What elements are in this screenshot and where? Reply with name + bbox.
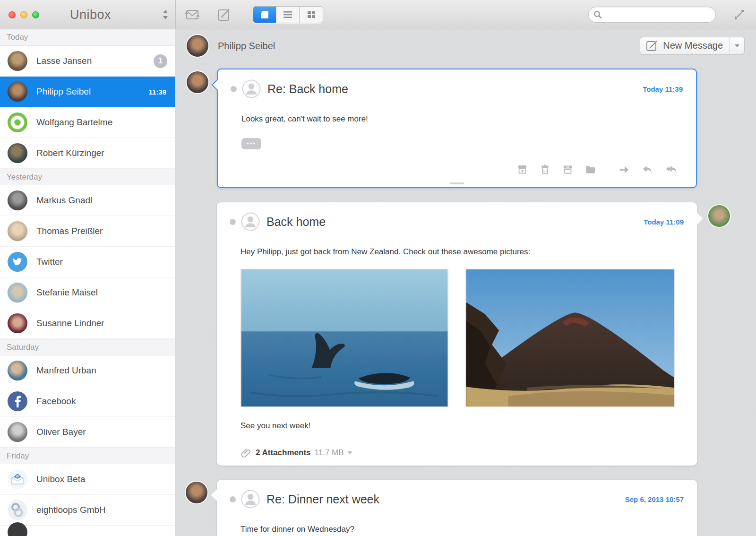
sender-avatar[interactable] [186, 482, 207, 503]
avatar [8, 51, 27, 71]
view-mode-segmented-control [253, 6, 323, 23]
group-header-today: Today [0, 29, 175, 46]
reply-icon[interactable] [642, 164, 653, 175]
app-title: Unibox [70, 0, 111, 29]
sender-avatar[interactable] [187, 71, 208, 93]
message-stream: Re: Back home Today 11:39 Looks great, c… [175, 69, 756, 536]
read-status-dot [230, 496, 236, 502]
message-header: Re: Back home Today 11:39 [218, 69, 696, 98]
avatar [8, 82, 27, 102]
message-actions [517, 164, 678, 175]
sidebar-item-eightloops-gmbh[interactable]: eightloops GmbH [0, 495, 175, 526]
avatar [8, 422, 27, 442]
message-time: Sep 6, 2013 10:57 [625, 495, 684, 503]
message-subject: Back home [266, 215, 326, 229]
sender-avatar[interactable] [708, 205, 730, 227]
forward-icon[interactable] [619, 164, 630, 175]
group-header-friday: Friday [0, 448, 175, 464]
contact-name: Philipp Seibel [218, 41, 275, 52]
person-icon [241, 490, 260, 509]
message-time: Today 11:39 [643, 85, 683, 93]
unibox-window: Unibox [0, 0, 756, 536]
avatar [8, 221, 27, 241]
read-status-dot [231, 86, 237, 92]
minimize-window-button[interactable] [20, 11, 27, 18]
compose-button[interactable] [215, 6, 233, 23]
avatar [8, 143, 27, 163]
twitter-logo-icon [8, 252, 27, 272]
conversation-header: Philipp Seibel New Message [175, 29, 756, 62]
new-message-dropdown[interactable] [730, 44, 744, 48]
archive-box-icon[interactable] [562, 164, 573, 175]
message-body-2: See you next week! [241, 421, 684, 431]
avatar [8, 361, 27, 380]
attachments-bar[interactable]: 2 Attachments 11.7 MB [241, 448, 697, 458]
archive-icon[interactable] [517, 164, 528, 175]
inline-attachments [241, 269, 684, 407]
message-header: Back home Today 11:09 [217, 202, 697, 231]
group-header-yesterday: Yesterday [0, 169, 175, 185]
sidebar-item-susanne-lindner[interactable]: Susanne Lindner [0, 308, 175, 339]
search-icon [593, 10, 602, 19]
person-icon [241, 212, 260, 231]
zoom-window-button[interactable] [32, 11, 39, 18]
avatar [8, 313, 27, 333]
message-body: Hey Philipp, just got back from New Zeal… [241, 247, 684, 257]
view-conversation-segment[interactable] [253, 7, 276, 23]
message-time: 11:39 [148, 88, 166, 96]
eightloops-logo-icon [8, 500, 27, 520]
message-subject: Re: Dinner next week [266, 493, 379, 506]
sidebar-item-facebook[interactable]: Facebook [0, 386, 175, 417]
show-quoted-text-button[interactable]: ••• [241, 138, 261, 149]
sidebar-item-manfred-urban[interactable]: Manfred Urban [0, 355, 175, 386]
sidebar-item-twitter[interactable]: Twitter [0, 247, 175, 277]
sidebar-item-philipp-seibel[interactable]: Philipp Seibel 11:39 [0, 77, 175, 107]
sidebar-item-robert-kuerzinger[interactable]: Robert Kürzinger [0, 138, 175, 169]
contact-avatar[interactable] [187, 35, 208, 57]
sidebar-item-stefanie-maisel[interactable]: Stefanie Maisel [0, 277, 175, 308]
get-mail-button[interactable] [183, 6, 201, 23]
trash-icon[interactable] [540, 164, 550, 175]
message-card-back-home[interactable]: Back home Today 11:09 Hey Philipp, just … [217, 202, 697, 466]
sidebar-item-oliver-bayer[interactable]: Oliver Bayer [0, 417, 175, 448]
folder-icon[interactable] [585, 164, 596, 175]
titlebar: Unibox [0, 0, 756, 29]
reply-all-icon[interactable] [665, 164, 678, 175]
message-body: Time for dinner on Wednesday? [241, 525, 684, 534]
sidebar-item-wolfgang-bartelme[interactable]: Wolfgang Bartelme [0, 107, 175, 138]
attachment-photo-whale-tails[interactable] [241, 269, 448, 407]
attachment-photo-volcano[interactable] [465, 269, 675, 407]
read-status-dot [230, 219, 236, 225]
new-message-button[interactable]: New Message [640, 37, 745, 54]
account-popup-chevrons-icon[interactable] [162, 9, 169, 20]
message-card-re-dinner-next-week[interactable]: Re: Dinner next week Sep 6, 2013 10:57 T… [217, 480, 697, 536]
attachments-caret-icon[interactable] [347, 451, 352, 455]
sidebar-item-lasse-jansen[interactable]: Lasse Jansen 1 [0, 46, 175, 77]
unibox-beta-logo-icon: 1 [8, 469, 27, 489]
view-grid-segment[interactable] [300, 7, 323, 23]
attachments-size: 11.7 MB [315, 448, 344, 458]
conversation-list-sidebar: Today Lasse Jansen 1 Philipp Seibel 11:3… [0, 29, 175, 536]
unread-count-badge: 1 [154, 54, 167, 68]
message-header: Re: Dinner next week Sep 6, 2013 10:57 [217, 480, 697, 509]
sidebar-item-unibox-beta[interactable]: 1 Unibox Beta [0, 464, 175, 495]
sidebar-item-thomas-preissler[interactable]: Thomas Preißler [0, 216, 175, 247]
bartelme-logo-icon [8, 112, 27, 132]
resize-handle[interactable] [450, 182, 464, 184]
view-list-segment[interactable] [276, 7, 300, 23]
search-input[interactable] [588, 7, 716, 23]
person-icon [242, 79, 261, 98]
message-body: Looks great, can't wait to see more! [241, 114, 683, 124]
avatar [8, 283, 27, 303]
partial-next-avatar [8, 522, 27, 536]
compose-icon [646, 40, 658, 52]
close-window-button[interactable] [9, 11, 16, 18]
message-time: Today 11:09 [644, 218, 684, 226]
paperclip-icon [241, 448, 251, 458]
sidebar-item-markus-gnadl[interactable]: Markus Gnadl [0, 185, 175, 216]
fullscreen-icon[interactable] [733, 9, 746, 21]
avatar [8, 190, 27, 210]
message-card-re-back-home[interactable]: Re: Back home Today 11:39 Looks great, c… [217, 69, 697, 188]
facebook-logo-icon [8, 391, 27, 411]
attachments-count: 2 Attachments [256, 448, 311, 458]
